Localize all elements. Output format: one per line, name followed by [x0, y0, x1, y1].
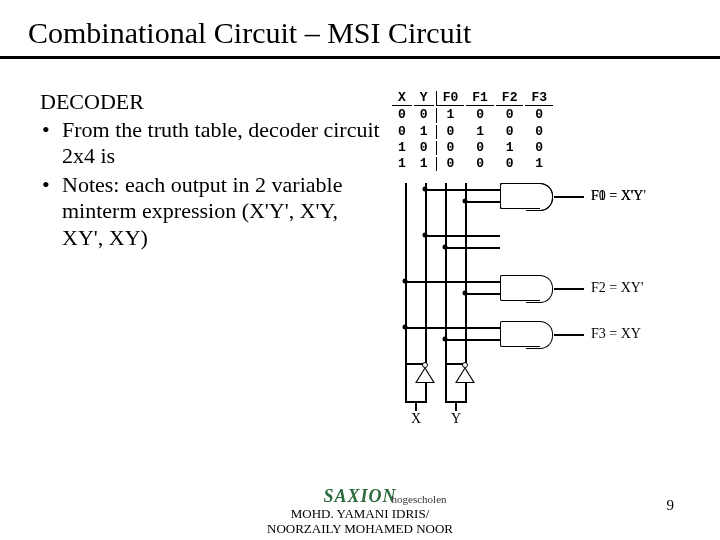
wire: [465, 383, 467, 401]
table-row: 1 1 0 0 0 1: [392, 157, 553, 171]
section-heading: DECODER: [40, 89, 380, 115]
gate-label: F2 = XY': [591, 280, 643, 296]
table-row: 0 0 1 0 0 0: [392, 108, 553, 122]
logo-text: SAXION: [323, 486, 396, 506]
wire: [455, 401, 457, 411]
th: X: [392, 91, 412, 106]
th: F3: [525, 91, 553, 106]
input-label: Y: [451, 411, 461, 427]
wire: [425, 183, 427, 363]
th: F0: [436, 91, 465, 106]
td: 0: [392, 125, 412, 139]
wire: [445, 247, 500, 249]
wire: [465, 183, 467, 363]
author-line-1: MOHD. YAMANI IDRIS/: [267, 507, 453, 522]
gate-label: F1 = X'Y: [591, 188, 643, 204]
td: 0: [496, 157, 524, 171]
footer: SAXION hogescholen MOHD. YAMANI IDRIS/ N…: [0, 482, 720, 540]
junction-dot: [403, 279, 408, 284]
junction-dot: [463, 291, 468, 296]
table-row: 0 1 0 1 0 0: [392, 125, 553, 139]
td: 0: [414, 141, 434, 155]
and-gate: F1 = X'Y: [500, 183, 540, 209]
td: 0: [466, 157, 494, 171]
wire: [445, 339, 500, 341]
junction-dot: [443, 337, 448, 342]
text-column: DECODER From the truth table, decoder ci…: [40, 89, 380, 423]
wire: [415, 401, 417, 411]
td: 0: [496, 125, 524, 139]
inverter-bubble: [462, 362, 468, 368]
figure-column: X Y F0 F1 F2 F3 0 0 1 0 0 0 0 1 0 1 0: [380, 89, 690, 423]
decoder-circuit: F0 = X'Y' F1 = X'Y F2 = XY' F3 = XY: [390, 183, 690, 423]
wire: [405, 327, 500, 329]
td: 0: [466, 141, 494, 155]
wire: [405, 281, 500, 283]
td: 0: [436, 157, 465, 171]
td: 1: [414, 157, 434, 171]
th: F2: [496, 91, 524, 106]
td: 0: [436, 125, 465, 139]
page-title: Combinational Circuit – MSI Circuit: [0, 0, 720, 56]
td: 0: [496, 108, 524, 122]
td: 1: [414, 125, 434, 139]
wire: [465, 293, 500, 295]
and-gate: F2 = XY': [500, 275, 540, 301]
junction-dot: [403, 325, 408, 330]
th: F1: [466, 91, 494, 106]
wire: [554, 196, 584, 198]
gate-label: F3 = XY: [591, 326, 641, 342]
logo: SAXION hogescholen: [323, 486, 396, 507]
input-label: X: [411, 411, 421, 427]
junction-dot: [463, 199, 468, 204]
td: 1: [392, 141, 412, 155]
td: 1: [496, 141, 524, 155]
table-header-row: X Y F0 F1 F2 F3: [392, 91, 553, 106]
logo-subtext: hogescholen: [392, 493, 447, 505]
bullet-list: From the truth table, decoder circuit 2x…: [40, 117, 380, 251]
wire: [425, 235, 500, 237]
junction-dot: [423, 233, 428, 238]
footer-center: SAXION hogescholen MOHD. YAMANI IDRIS/ N…: [267, 486, 453, 537]
truth-table: X Y F0 F1 F2 F3 0 0 1 0 0 0 0 1 0 1 0: [390, 89, 555, 173]
bullet-item: From the truth table, decoder circuit 2x…: [40, 117, 380, 170]
author-line-2: NOORZAILY MOHAMED NOOR: [267, 522, 453, 537]
td: 1: [466, 125, 494, 139]
wire: [405, 383, 407, 401]
page-number: 9: [667, 497, 675, 514]
wire: [554, 288, 584, 290]
td: 1: [392, 157, 412, 171]
td: 1: [525, 157, 553, 171]
td: 0: [392, 108, 412, 122]
junction-dot: [423, 187, 428, 192]
wire: [445, 183, 447, 383]
wire: [425, 383, 427, 401]
th: Y: [414, 91, 434, 106]
inverter-bubble: [422, 362, 428, 368]
junction-dot: [443, 245, 448, 250]
not-gate: [415, 367, 435, 383]
and-gate: F3 = XY: [500, 321, 540, 347]
bullet-item: Notes: each output in 2 variable minterm…: [40, 172, 380, 251]
td: 0: [525, 141, 553, 155]
td: 0: [525, 108, 553, 122]
wire: [554, 334, 584, 336]
td: 0: [414, 108, 434, 122]
wire: [465, 201, 500, 203]
td: 0: [466, 108, 494, 122]
table-row: 1 0 0 0 1 0: [392, 141, 553, 155]
content-area: DECODER From the truth table, decoder ci…: [0, 59, 720, 423]
td: 1: [436, 108, 465, 122]
not-gate: [455, 367, 475, 383]
wire: [445, 383, 447, 401]
td: 0: [436, 141, 465, 155]
wire: [425, 189, 500, 191]
td: 0: [525, 125, 553, 139]
